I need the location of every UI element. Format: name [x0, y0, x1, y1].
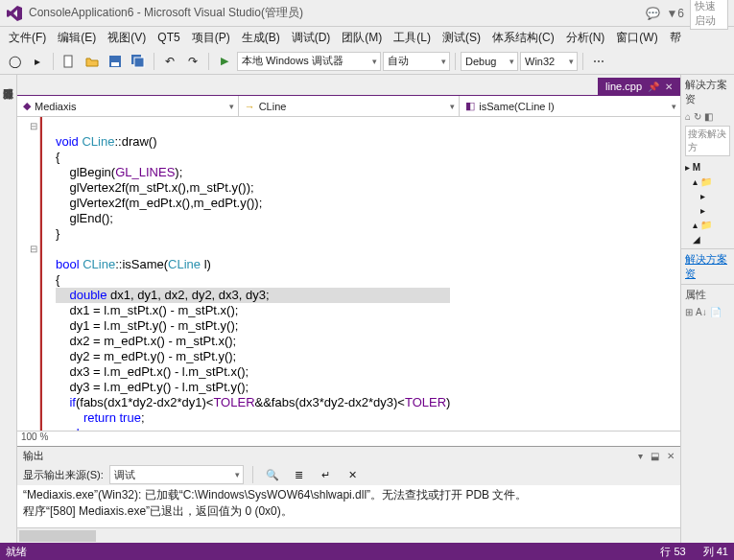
notifications-icon[interactable]: ▼6 [666, 7, 684, 20]
menu-team[interactable]: 团队(M) [337, 28, 387, 48]
refresh-icon[interactable]: ↻ [694, 111, 701, 122]
output-wrap-icon[interactable]: ↵ [316, 464, 337, 485]
menu-test[interactable]: 测试(S) [438, 28, 485, 48]
nav-back-icon[interactable]: ◯ [4, 51, 25, 72]
output-source-combo[interactable]: 调试 [109, 465, 244, 484]
server-explorer-tab[interactable]: 服务器资源管理器 [0, 79, 16, 543]
code-content: void CLine::draw() { glBegin(GL_LINES); … [40, 117, 450, 431]
output-pin-icon[interactable]: ⬓ [651, 451, 659, 461]
code-navbar: ◆Mediaxis →CLine ◧isSame(CLine l) [17, 96, 680, 117]
status-col: 列 41 [703, 545, 728, 559]
solution-explorer-title: 解决方案资 [681, 75, 734, 109]
props-page-icon[interactable]: 📄 [710, 307, 722, 317]
redo-icon[interactable]: ↷ [182, 51, 203, 72]
output-find-icon[interactable]: 🔍 [262, 464, 283, 485]
left-sidebar: 服务器资源管理器 工具箱 [0, 75, 17, 543]
output-title: 输出 [23, 449, 44, 463]
change-marker [40, 117, 42, 431]
home-icon[interactable]: ⌂ [685, 111, 691, 122]
svg-rect-2 [111, 62, 119, 66]
window-title: ConsoleApplication6 - Microsoft Visual S… [29, 5, 646, 21]
start-debug-button[interactable]: ▶ [214, 51, 235, 72]
output-clear-icon[interactable]: ✕ [343, 464, 364, 485]
feedback-icon[interactable]: 💬 [646, 7, 660, 20]
toolbar: ◯ ▸ ↶ ↷ ▶ 本地 Windows 调试器 自动 Debug Win32 … [0, 48, 734, 75]
svg-rect-4 [134, 58, 144, 67]
solution-tree[interactable]: ▸ M ▴ 📁 ▸ ▸ ▴ 📁 ◢ [681, 158, 734, 248]
nav-fwd-icon[interactable]: ▸ [27, 51, 48, 72]
titlebar: ConsoleApplication6 - Microsoft Visual S… [0, 0, 734, 27]
tab-label: line.cpp [605, 81, 642, 92]
output-close-icon[interactable]: ✕ [667, 451, 675, 461]
solution-search[interactable]: 搜索解决方 [685, 126, 730, 156]
output-scrollbar[interactable] [17, 527, 680, 543]
editor-gutter: ⊟ ⊟ [17, 117, 40, 431]
menu-analyze[interactable]: 分析(N) [561, 28, 610, 48]
tab-line-cpp[interactable]: line.cpp 📌 ✕ [598, 78, 680, 95]
config-combo[interactable]: Debug [461, 52, 518, 71]
quick-launch[interactable]: 快速启动 [690, 0, 728, 30]
close-icon[interactable]: ✕ [665, 82, 673, 92]
menubar: 文件(F) 编辑(E) 视图(V) QT5 项目(P) 生成(B) 调试(D) … [0, 27, 734, 48]
solution-toolbar: ⌂↻◧ [681, 109, 734, 124]
menu-arch[interactable]: 体系结构(C) [487, 28, 559, 48]
member-combo[interactable]: ◧isSame(CLine l) [460, 96, 680, 116]
menu-debug[interactable]: 调试(D) [287, 28, 336, 48]
document-tabstrip: line.cpp 📌 ✕ [17, 75, 680, 96]
status-bar: 就绪 行 53 列 41 [0, 543, 734, 560]
status-line: 行 53 [660, 545, 685, 559]
properties-title: 属性 [681, 284, 734, 305]
auto-combo[interactable]: 自动 [383, 52, 450, 71]
platform-combo[interactable]: Win32 [520, 52, 578, 71]
vs-logo-icon [6, 5, 23, 22]
output-source-label: 显示输出来源(S): [23, 468, 104, 482]
collapse-icon[interactable]: ◧ [704, 111, 713, 122]
undo-icon[interactable]: ↶ [159, 51, 180, 72]
menu-file[interactable]: 文件(F) [4, 28, 51, 48]
output-text[interactable]: “Mediaxis.exe”(Win32): 已加载“C:\Windows\Sy… [17, 485, 680, 527]
right-sidebar: 解决方案资 ⌂↻◧ 搜索解决方 ▸ M ▴ 📁 ▸ ▸ ▴ 📁 ◢ 解决方案资 … [680, 75, 734, 543]
save-icon[interactable] [105, 51, 126, 72]
menu-window[interactable]: 窗口(W) [611, 28, 662, 48]
scope-combo[interactable]: ◆Mediaxis [17, 96, 239, 116]
debugger-combo[interactable]: 本地 Windows 调试器 [237, 52, 381, 71]
menu-project[interactable]: 项目(P) [187, 28, 235, 48]
menu-tools[interactable]: 工具(L) [389, 28, 436, 48]
props-az-icon[interactable]: A↓ [696, 307, 707, 317]
menu-build[interactable]: 生成(B) [237, 28, 285, 48]
menu-help[interactable]: 帮 [665, 28, 686, 48]
output-dropdown-icon[interactable]: ▾ [638, 451, 643, 461]
menu-qt[interactable]: QT5 [153, 29, 184, 46]
code-editor[interactable]: ⊟ ⊟ void CLine::draw() { glBegin(GL_LINE… [17, 117, 680, 431]
overflow-icon[interactable]: ⋯ [588, 51, 609, 72]
save-all-icon[interactable] [128, 51, 149, 72]
solution-explorer-link[interactable]: 解决方案资 [681, 248, 734, 284]
new-file-icon[interactable] [59, 51, 80, 72]
props-cat-icon[interactable]: ⊞ [685, 307, 693, 317]
status-ready: 就绪 [6, 545, 27, 559]
menu-view[interactable]: 视图(V) [103, 28, 151, 48]
zoom-level[interactable]: 100 % [17, 431, 680, 446]
open-file-icon[interactable] [82, 51, 103, 72]
output-step-icon[interactable]: ≣ [289, 464, 310, 485]
class-combo[interactable]: →CLine [239, 96, 461, 116]
pin-icon[interactable]: 📌 [648, 82, 659, 92]
output-panel: 输出 ▾⬓✕ 显示输出来源(S): 调试 🔍 ≣ ↵ ✕ “Mediaxis.e… [17, 446, 680, 543]
menu-edit[interactable]: 编辑(E) [53, 28, 101, 48]
svg-rect-0 [64, 56, 72, 67]
